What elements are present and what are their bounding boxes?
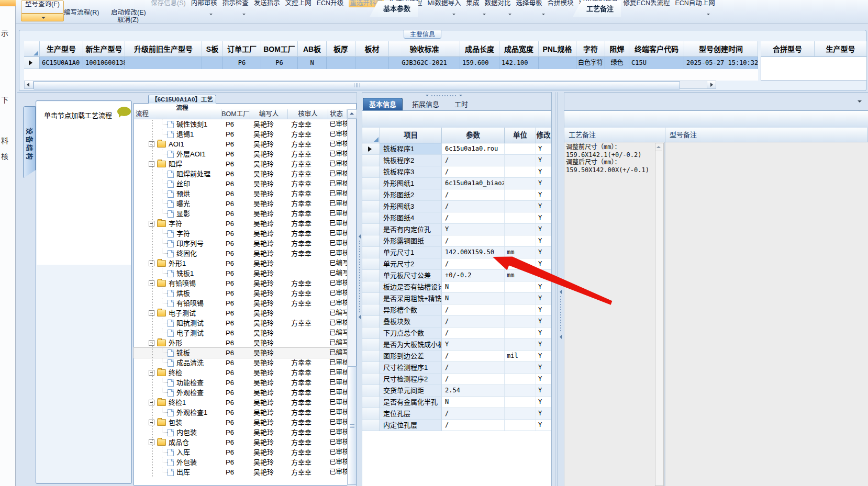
toolbar-button[interactable]: 发送指示 xyxy=(254,0,280,7)
param-row[interactable]: 外形露铜图纸 / Y xyxy=(362,235,551,247)
tree-row[interactable]: 印序列号 P6 吴艳玲 方幸幸 已审核 xyxy=(134,239,347,248)
detail-tab[interactable]: 拓展信息 xyxy=(406,98,445,110)
row-header[interactable] xyxy=(362,143,380,155)
toolbar-button[interactable]: 文控上网 xyxy=(285,0,311,7)
cell-param-value[interactable]: / xyxy=(442,166,505,178)
tree-node[interactable]: 外观检查1 xyxy=(134,408,221,417)
column-header[interactable]: 状态 xyxy=(328,109,347,119)
param-row[interactable]: 内定位孔层 / Y xyxy=(362,420,551,431)
param-row[interactable]: 外形图纸4 / Y xyxy=(362,212,551,224)
sidebar-item[interactable]: 料 xyxy=(1,135,8,145)
tree-node[interactable]: 电子测试 xyxy=(134,308,221,318)
row-header[interactable] xyxy=(24,57,40,69)
tree-node[interactable]: 有铅喷锡 xyxy=(134,278,221,288)
toolbar-button[interactable]: 集成 xyxy=(466,0,479,7)
row-header[interactable] xyxy=(362,408,380,420)
toolbar-button[interactable]: 内部审核 xyxy=(191,0,217,7)
toolbar-button[interactable]: MI数据导入 xyxy=(428,0,461,7)
dropdown-arrow-icon[interactable] xyxy=(242,15,246,24)
tree-expander-icon[interactable] xyxy=(149,161,154,167)
tree-node[interactable]: 预烘 xyxy=(134,189,221,199)
cell-param-value[interactable]: / xyxy=(442,155,505,166)
row-header[interactable] xyxy=(362,397,380,408)
tree-node[interactable]: 成品仓 xyxy=(134,437,221,447)
cell-param-value[interactable]: / xyxy=(442,304,505,316)
tree-node[interactable]: 终检 xyxy=(134,368,221,378)
cell-param-value[interactable]: / xyxy=(442,327,505,339)
tree-row[interactable]: 铣板1 P6 吴艳玲 已编写 xyxy=(134,268,347,278)
cell-param-value[interactable]: 142.00X159.50 xyxy=(442,247,505,258)
param-row[interactable]: 外形图纸3 / Y xyxy=(362,201,551,212)
collapse-left-icon[interactable] xyxy=(560,290,562,294)
tree-row[interactable]: 阻焊 P6 吴艳玲 方幸幸 已审核 xyxy=(134,159,347,169)
vertical-splitter[interactable] xyxy=(357,92,362,486)
collapse-left-icon[interactable] xyxy=(359,234,361,239)
toolbar-button[interactable]: ECN升级 xyxy=(317,0,343,7)
param-row[interactable]: 铣板程序2 / Y xyxy=(362,155,551,166)
tree-row[interactable]: 包装 P6 吴艳玲 方幸幸 已审核 xyxy=(134,417,347,427)
tree-node[interactable]: 曝光 xyxy=(134,199,221,209)
vertical-scrollbar[interactable] xyxy=(347,109,356,485)
column-header[interactable]: 生产型号 xyxy=(815,41,867,57)
tree-node[interactable]: 功能检查 xyxy=(134,378,221,388)
param-row[interactable]: 异形槽个数 / Y xyxy=(362,304,551,316)
column-header[interactable]: 订单工厂 xyxy=(223,41,261,57)
param-row[interactable]: 外形图纸2 / Y xyxy=(362,189,551,201)
cell-param-value[interactable]: / xyxy=(442,212,505,224)
tree-node[interactable]: 外形 xyxy=(134,338,221,348)
vertical-splitter[interactable] xyxy=(551,92,564,486)
column-header[interactable]: 项目 xyxy=(380,128,442,143)
cell-param-value[interactable]: N xyxy=(442,293,505,304)
select-all-cell[interactable] xyxy=(362,128,380,143)
row-header[interactable] xyxy=(362,235,380,247)
column-header[interactable]: 核审人 xyxy=(288,109,328,119)
param-row[interactable]: 单元尺寸1 142.00X159.50 mm Y xyxy=(362,247,551,258)
cell-param-value[interactable]: 6c15u0a1a0.rou xyxy=(442,143,505,155)
row-header[interactable] xyxy=(362,293,380,304)
cell-param-value[interactable]: 2.54 xyxy=(442,385,505,397)
toolbar-button[interactable]: ECN自动上网 xyxy=(675,0,715,7)
column-header[interactable]: 终端客户代码 xyxy=(629,41,684,57)
row-header[interactable] xyxy=(362,351,380,362)
tree-node[interactable]: 退锡1 xyxy=(134,129,221,139)
row-header[interactable] xyxy=(362,155,380,166)
tree-row[interactable]: 有铅喷锡 P6 吴艳玲 方幸幸 已审核 xyxy=(134,278,347,288)
tree-row[interactable]: 终检 P6 吴艳玲 方幸幸 已审核 xyxy=(134,368,347,378)
row-header[interactable] xyxy=(362,339,380,351)
cell-param-value[interactable]: / xyxy=(442,351,505,362)
tree-row[interactable]: 出库 P6 吴艳玲 方幸幸 已审核 xyxy=(134,467,347,477)
merge-table-body[interactable] xyxy=(761,57,867,81)
column-header[interactable]: 合拼型号 xyxy=(761,41,815,57)
tree-row[interactable]: 入库 P6 吴艳玲 方幸幸 已审核 xyxy=(134,447,347,457)
tree-node[interactable]: 字符 xyxy=(134,229,221,239)
vertical-scrollbar[interactable] xyxy=(655,143,664,486)
tree-expander-icon[interactable] xyxy=(149,420,154,425)
cell-param-value[interactable]: / xyxy=(442,201,505,212)
dropdown-arrow-icon[interactable] xyxy=(707,15,710,24)
tree-node[interactable]: 字符 xyxy=(134,219,221,229)
row-header[interactable] xyxy=(362,420,380,431)
tree-node[interactable]: 印序列号 xyxy=(134,239,221,248)
sidebar-selected-item[interactable] xyxy=(0,0,16,6)
tree-row[interactable]: 曝光 P6 吴艳玲 方幸幸 已审核 xyxy=(134,199,347,209)
tree-row[interactable]: 阻焊前处理 P6 吴艳玲 方幸幸 已审核 xyxy=(134,169,347,179)
process-remarks-text[interactable]: 调整前尺寸（mm）： 159.6X142.1(+0/-0.2) 调整后尺寸（mm… xyxy=(566,143,653,174)
main-info-row[interactable]: 6C15U0A1A010010600138513P6P6NGJB362C-202… xyxy=(24,57,758,69)
tree-row[interactable]: 内包装 P6 吴艳玲 方幸幸 已审核 xyxy=(134,427,347,437)
tree-row[interactable]: 电子测试 P6 吴艳玲 已编写 xyxy=(134,308,347,318)
tree-node[interactable]: 终固化 xyxy=(134,248,221,258)
tree-row[interactable]: 外层AOI1 P6 吴艳玲 方幸幸 已审核 xyxy=(134,149,347,159)
scroll-up-icon[interactable] xyxy=(348,109,357,119)
param-row[interactable]: 外形图纸1 6c15u0a1a0_biaoz... Y xyxy=(362,178,551,189)
column-header[interactable]: BOM工厂 xyxy=(221,109,250,119)
column-header[interactable]: BOM工厂 xyxy=(261,41,298,57)
row-header[interactable] xyxy=(362,166,380,178)
column-header[interactable]: 验收标准 xyxy=(389,41,460,57)
cell-param-value[interactable]: +0/-0.2 xyxy=(442,270,505,281)
tree-row[interactable]: 预烘 P6 吴艳玲 方幸幸 已审核 xyxy=(134,189,347,199)
tree-row[interactable]: 外包装 P6 吴艳玲 方幸幸 已审核 xyxy=(134,457,347,467)
tree-expander-icon[interactable] xyxy=(149,370,154,376)
scroll-left-icon[interactable] xyxy=(25,81,34,88)
column-header[interactable]: AB板 xyxy=(298,41,327,57)
param-row[interactable]: 叠板块数 / Y xyxy=(362,316,551,327)
